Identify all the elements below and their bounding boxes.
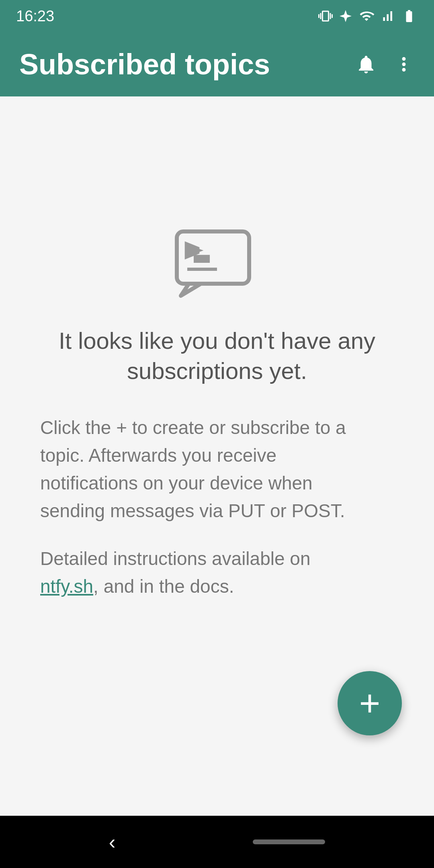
status-icons (318, 9, 418, 23)
app-title: Subscribed topics (19, 48, 270, 81)
battery-icon (400, 9, 418, 23)
description-prefix: Detailed instructions available on (40, 548, 311, 569)
ntfy-link[interactable]: ntfy.sh (40, 576, 93, 597)
app-bar: Subscribed topics (0, 32, 434, 96)
empty-icon-wrapper: >_ (173, 227, 261, 301)
bottom-nav: ‹ (0, 816, 434, 868)
empty-state-title: It looks like you don't have any subscri… (32, 326, 402, 386)
signal-icon (380, 9, 395, 23)
main-content: >_ It looks like you don't have any subs… (0, 96, 434, 816)
vibrate-icon (318, 9, 333, 23)
bell-icon[interactable] (355, 53, 377, 75)
description-paragraph-1: Click the + to create or subscribe to a … (40, 414, 370, 525)
more-vertical-icon[interactable] (393, 53, 415, 75)
svg-text:>_: >_ (187, 241, 207, 260)
fab-plus-icon: + (359, 685, 381, 721)
add-topic-fab[interactable]: + (338, 671, 402, 735)
empty-state: >_ It looks like you don't have any subs… (32, 227, 402, 621)
nav-pill (253, 839, 325, 844)
description-suffix: , and in the docs. (93, 576, 234, 597)
wifi-icon (358, 9, 375, 23)
assistant-icon (338, 9, 353, 23)
status-time: 16:23 (16, 8, 54, 25)
terminal-icon: >_ (173, 227, 261, 300)
status-bar: 16:23 (0, 0, 434, 32)
app-bar-actions (355, 53, 415, 75)
empty-state-description: Click the + to create or subscribe to a … (32, 414, 378, 620)
back-button[interactable]: ‹ (109, 830, 116, 854)
description-paragraph-2: Detailed instructions available on ntfy.… (40, 545, 370, 600)
